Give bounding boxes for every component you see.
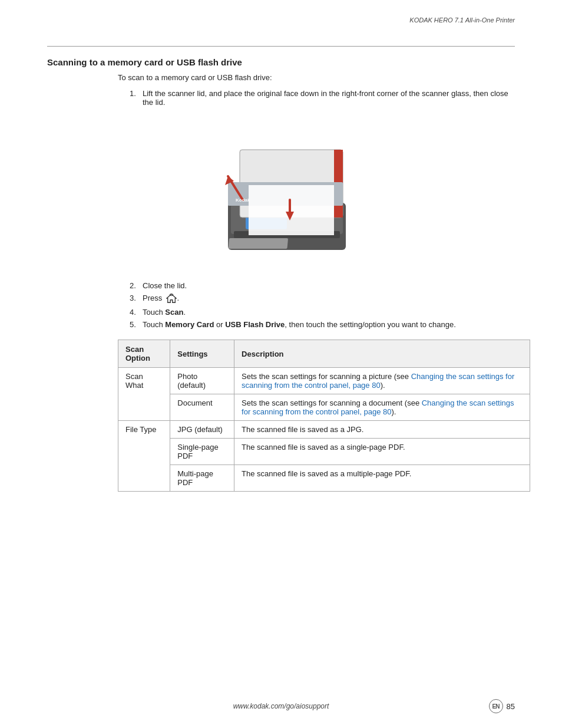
col-header-settings: Settings (170, 340, 234, 368)
photo-description: Sets the scan settings for scanning a pi… (234, 368, 530, 394)
document-link[interactable]: Changing the scan settings for scanning … (242, 398, 514, 416)
photo-link[interactable]: Changing the scan settings for scanning … (242, 372, 514, 390)
section-title: Scanning to a memory card or USB flash d… (47, 57, 515, 67)
single-pdf-setting: Single-page PDF (170, 439, 234, 465)
scan-bold: Scan (165, 308, 183, 317)
step-5-content: Touch Memory Card or USB Flash Drive, th… (143, 320, 515, 329)
table-row: Multi-page PDF The scanned file is saved… (118, 465, 530, 492)
printer-image: Kodak (47, 117, 515, 271)
top-divider (47, 46, 515, 47)
step-2: 2. Close the lid. (130, 281, 515, 290)
svg-text:Kodak: Kodak (236, 197, 250, 203)
usb-flash-bold: USB Flash Drive (225, 320, 285, 329)
footer-page-info: EN 85 (489, 699, 515, 713)
svg-marker-17 (167, 294, 176, 302)
step-4: 4. Touch Scan. (130, 308, 515, 317)
col-header-description: Description (234, 340, 530, 368)
page: KODAK HERO 7.1 All-in-One Printer Scanni… (0, 0, 562, 728)
single-pdf-description: The scanned file is saved as a single-pa… (234, 439, 530, 465)
document-setting: Document (170, 394, 234, 421)
table-header-row: Scan Option Settings Description (118, 340, 530, 368)
step-5-num: 5. (130, 320, 143, 329)
scan-options-table: Scan Option Settings Description Scan Wh… (118, 340, 530, 492)
multi-pdf-setting: Multi-page PDF (170, 465, 234, 492)
col-header-option: Scan Option (118, 340, 170, 368)
home-icon (166, 293, 177, 304)
step-1-content: Lift the scanner lid, and place the orig… (143, 89, 515, 107)
svg-rect-7 (228, 238, 288, 249)
page-header: KODAK HERO 7.1 All-in-One Printer (409, 17, 515, 24)
table-row: File Type JPG (default) The scanned file… (118, 421, 530, 439)
lang-badge: EN (489, 699, 503, 713)
document-description: Sets the scan settings for scanning a do… (234, 394, 530, 421)
intro-text: To scan to a memory card or USB flash dr… (118, 73, 515, 82)
jpg-description: The scanned file is saved as a JPG. (234, 421, 530, 439)
step-3-content: Press . (143, 294, 515, 304)
printer-illustration: Kodak (193, 117, 369, 271)
scan-what-option: Scan What (118, 368, 170, 421)
file-type-option: File Type (118, 421, 170, 492)
table-row: Scan What Photo (default) Sets the scan … (118, 368, 530, 394)
step-4-content: Touch Scan. (143, 308, 515, 317)
step-1: 1. Lift the scanner lid, and place the o… (130, 89, 515, 107)
multi-pdf-description: The scanned file is saved as a multiple-… (234, 465, 530, 492)
steps-list: 1. Lift the scanner lid, and place the o… (130, 89, 515, 107)
table-row: Single-page PDF The scanned file is save… (118, 439, 530, 465)
step-2-content: Close the lid. (143, 281, 515, 290)
steps-2-5: 2. Close the lid. 3. Press . 4. Touch Sc… (130, 281, 515, 329)
step-2-num: 2. (130, 281, 143, 290)
step-4-num: 4. (130, 308, 143, 317)
step-1-num: 1. (130, 89, 143, 98)
footer-url: www.kodak.com/go/aiosupport (0, 702, 562, 710)
photo-default-setting: Photo (default) (170, 368, 234, 394)
step-3: 3. Press . (130, 294, 515, 304)
step-3-num: 3. (130, 294, 143, 302)
svg-rect-13 (249, 185, 334, 235)
table-row: Document Sets the scan settings for scan… (118, 394, 530, 421)
jpg-setting: JPG (default) (170, 421, 234, 439)
step-5: 5. Touch Memory Card or USB Flash Drive,… (130, 320, 515, 329)
memory-card-bold: Memory Card (165, 320, 214, 329)
page-number: 85 (507, 702, 515, 711)
page-footer: www.kodak.com/go/aiosupport EN 85 (0, 702, 562, 710)
